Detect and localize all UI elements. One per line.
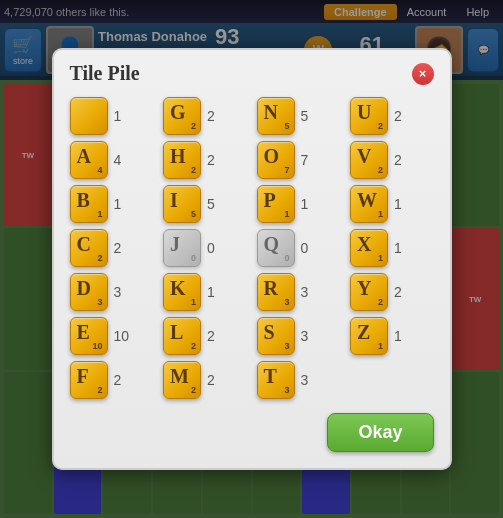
tile-point-value: 3: [97, 297, 102, 307]
tile-point-value: 2: [191, 121, 196, 131]
tile-X: X1: [350, 229, 388, 267]
tile-N: N5: [257, 97, 295, 135]
tile-point-value: 1: [284, 209, 289, 219]
tile-letter: E: [77, 321, 90, 344]
tile-E: E10: [70, 317, 108, 355]
tile-point-value: 10: [92, 341, 102, 351]
tile-point-value: 5: [284, 121, 289, 131]
okay-button[interactable]: Okay: [327, 413, 433, 452]
tile-entry: S33: [257, 317, 341, 355]
tile-count: 2: [394, 284, 414, 300]
tile-count: 1: [301, 196, 321, 212]
tile-T: T3: [257, 361, 295, 399]
tile-count: 2: [207, 152, 227, 168]
tile-Q: Q0: [257, 229, 295, 267]
tile-entry: F22: [70, 361, 154, 399]
tile-C: C2: [70, 229, 108, 267]
tile-count: 1: [394, 328, 414, 344]
tile-entry: N55: [257, 97, 341, 135]
tile-point-value: 2: [191, 165, 196, 175]
tile-letter: J: [170, 233, 180, 256]
tile-entry: 1: [70, 97, 154, 135]
tile-count: 2: [114, 372, 134, 388]
tile-letter: V: [357, 145, 371, 168]
tile-letter: F: [77, 365, 89, 388]
tile-entry: V22: [350, 141, 434, 179]
okay-row: Okay: [70, 413, 434, 452]
tile-count: 2: [394, 152, 414, 168]
tile-point-value: 1: [378, 209, 383, 219]
tile-count: 1: [394, 196, 414, 212]
tile-point-value: 1: [191, 297, 196, 307]
tile-letter: Q: [264, 233, 280, 256]
tile-letter: A: [77, 145, 91, 168]
tile-Z: Z1: [350, 317, 388, 355]
tile-count: 0: [301, 240, 321, 256]
tile-count: 3: [301, 372, 321, 388]
tile-entry: K11: [163, 273, 247, 311]
tile-point-value: 2: [191, 385, 196, 395]
tile-point-value: 1: [378, 253, 383, 263]
tile-point-value: 2: [378, 297, 383, 307]
tile-point-value: 2: [97, 385, 102, 395]
tile-entry: X11: [350, 229, 434, 267]
tile-count: 4: [114, 152, 134, 168]
tile-W: W1: [350, 185, 388, 223]
tile-letter: C: [77, 233, 91, 256]
tile-point-value: 3: [284, 385, 289, 395]
tile-point-value: 3: [284, 341, 289, 351]
tile-count: 1: [114, 196, 134, 212]
modal-title: Tile Pile: [70, 62, 140, 85]
modal-overlay: Tile Pile × 1G22N55U22A44H22O77V22B11I55…: [0, 0, 503, 518]
tile-count: 2: [207, 108, 227, 124]
tile-F: F2: [70, 361, 108, 399]
tile-grid: 1G22N55U22A44H22O77V22B11I55P11W11C22J00…: [70, 97, 434, 399]
tile-point-value: 3: [284, 297, 289, 307]
tile-letter: B: [77, 189, 90, 212]
tile-count: 1: [114, 108, 134, 124]
tile-letter: K: [170, 277, 186, 300]
tile-letter: O: [264, 145, 280, 168]
tile-letter: Z: [357, 321, 370, 344]
modal-header: Tile Pile ×: [70, 62, 434, 85]
tile-letter: T: [264, 365, 277, 388]
tile-point-value: 0: [191, 253, 196, 263]
tile-count: 3: [114, 284, 134, 300]
tile-point-value: 2: [378, 165, 383, 175]
tile-entry: U22: [350, 97, 434, 135]
tile-letter: D: [77, 277, 91, 300]
tile-point-value: 1: [378, 341, 383, 351]
tile-S: S3: [257, 317, 295, 355]
tile-point-value: 1: [97, 209, 102, 219]
tile-entry: J00: [163, 229, 247, 267]
tile-V: V2: [350, 141, 388, 179]
tile-P: P1: [257, 185, 295, 223]
tile-count: 7: [301, 152, 321, 168]
tile-entry: T33: [257, 361, 341, 399]
tile-count: 3: [301, 284, 321, 300]
tile-entry: P11: [257, 185, 341, 223]
tile-count: 2: [394, 108, 414, 124]
tile-G: G2: [163, 97, 201, 135]
modal-close-button[interactable]: ×: [412, 63, 434, 85]
tile-U: U2: [350, 97, 388, 135]
tile-A: A4: [70, 141, 108, 179]
tile-point-value: 2: [97, 253, 102, 263]
tile-letter: R: [264, 277, 278, 300]
tile-count: 5: [301, 108, 321, 124]
tile-point-value: 0: [284, 253, 289, 263]
tile-count: 2: [207, 328, 227, 344]
tile-L: L2: [163, 317, 201, 355]
tile-entry: E1010: [70, 317, 154, 355]
tile-entry: W11: [350, 185, 434, 223]
tile-entry: Z11: [350, 317, 434, 355]
tile-count: 1: [394, 240, 414, 256]
tile-point-value: 7: [284, 165, 289, 175]
tile-letter: Y: [357, 277, 371, 300]
tile-B: B1: [70, 185, 108, 223]
tile-entry: A44: [70, 141, 154, 179]
tile-I: I5: [163, 185, 201, 223]
tile-letter: I: [170, 189, 178, 212]
tile-point-value: 5: [191, 209, 196, 219]
tile-entry: H22: [163, 141, 247, 179]
